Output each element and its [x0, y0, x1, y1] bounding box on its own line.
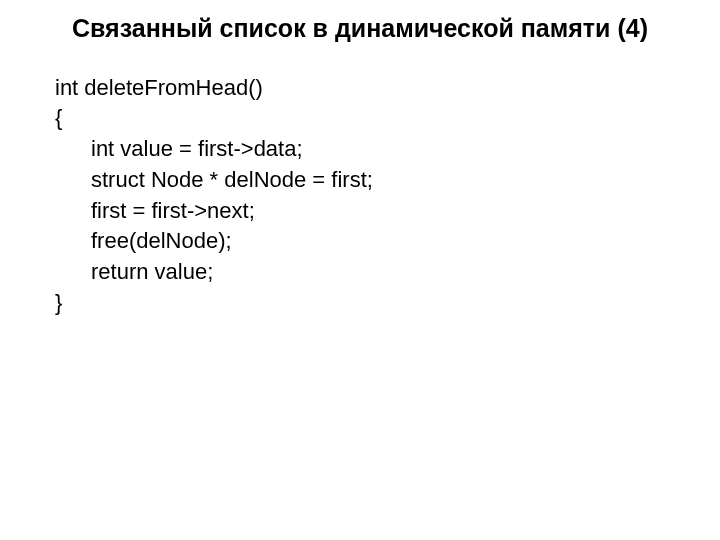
code-line-3: int value = first->data;: [55, 134, 700, 165]
code-line-7: free(delNode);: [55, 226, 700, 257]
code-line-6: first = first->next;: [55, 196, 700, 227]
code-line-1: int deleteFromHead(): [55, 73, 700, 104]
code-line-2: {: [55, 103, 700, 134]
code-line-4: struct Node * delNode = first;: [55, 165, 700, 196]
slide-title: Связанный список в динамической памяти (…: [20, 12, 700, 45]
code-line-9: return value;: [55, 257, 700, 288]
slide-container: Связанный список в динамической памяти (…: [0, 0, 720, 540]
code-block: int deleteFromHead() { int value = first…: [20, 73, 700, 319]
code-line-10: }: [55, 288, 700, 319]
